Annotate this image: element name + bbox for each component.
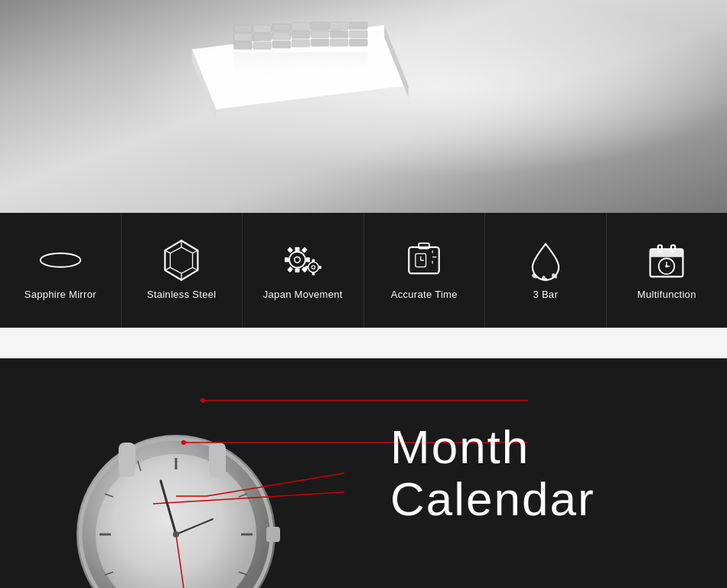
svg-rect-6 [292, 23, 310, 30]
text-area: Month Calendar [344, 390, 727, 556]
month-title: Month [390, 421, 681, 473]
3-bar-label: 3 Bar [533, 289, 558, 300]
svg-rect-19 [272, 41, 291, 47]
svg-point-84 [173, 531, 179, 537]
svg-rect-85 [266, 527, 280, 542]
svg-rect-59 [650, 249, 683, 256]
feature-japan-movement: Japan Movement [243, 213, 364, 328]
svg-rect-36 [295, 247, 299, 251]
svg-rect-7 [311, 22, 329, 29]
feature-sapphire-mirror: Sapphire Mirror [0, 213, 122, 328]
svg-rect-38 [306, 258, 310, 263]
svg-rect-48 [318, 266, 321, 269]
multifunction-icon [644, 241, 690, 279]
svg-point-35 [295, 257, 301, 263]
svg-rect-13 [292, 31, 310, 38]
svg-rect-46 [311, 260, 315, 263]
features-strip: Sapphire Mirror Stainless Steel [0, 213, 727, 328]
svg-rect-12 [272, 32, 291, 39]
svg-rect-21 [311, 39, 329, 46]
svg-rect-18 [253, 42, 272, 49]
svg-rect-5 [272, 24, 291, 31]
svg-rect-8 [330, 22, 348, 29]
calendar-title: Calendar [390, 473, 681, 525]
bottom-section: Month Calendar [0, 358, 727, 588]
svg-rect-17 [234, 42, 253, 49]
svg-rect-20 [292, 40, 310, 47]
svg-rect-43 [287, 266, 293, 273]
svg-rect-22 [330, 39, 348, 46]
svg-rect-11 [253, 34, 272, 41]
svg-rect-16 [350, 31, 368, 38]
3-bar-icon [523, 241, 569, 279]
sapphire-mirror-icon [37, 241, 83, 279]
svg-rect-39 [285, 258, 289, 263]
svg-marker-27 [171, 247, 193, 273]
feature-3-bar: 3 Bar [485, 213, 607, 328]
watch-illustration [0, 358, 344, 588]
svg-rect-40 [302, 247, 308, 253]
svg-rect-10 [234, 34, 253, 41]
svg-rect-23 [350, 39, 368, 46]
japan-movement-icon [280, 241, 326, 279]
stainless-steel-label: Stainless Steel [147, 289, 217, 300]
svg-point-34 [289, 252, 305, 268]
sapphire-mirror-label: Sapphire Mirror [24, 289, 96, 300]
feature-stainless-steel: Stainless Steel [122, 213, 243, 328]
svg-point-65 [666, 265, 668, 267]
svg-rect-9 [350, 22, 368, 29]
watch-band-image [153, 0, 459, 145]
accurate-time-label: Accurate Time [391, 289, 458, 300]
svg-rect-86 [119, 443, 135, 477]
svg-rect-41 [287, 247, 293, 253]
svg-rect-15 [330, 31, 348, 38]
section-divider [0, 328, 727, 358]
svg-rect-3 [234, 25, 253, 32]
accurate-time-icon [401, 241, 447, 279]
feature-accurate-time: Accurate Time [364, 213, 486, 328]
svg-rect-47 [311, 273, 315, 276]
watch-image-area [0, 358, 344, 588]
multifunction-label: Multifunction [637, 289, 696, 300]
svg-rect-87 [209, 443, 226, 477]
svg-point-25 [41, 253, 81, 267]
svg-rect-49 [305, 266, 308, 269]
japan-movement-label: Japan Movement [263, 289, 343, 300]
svg-rect-37 [295, 269, 299, 273]
hero-section [0, 0, 727, 213]
svg-rect-14 [311, 31, 329, 38]
svg-point-45 [311, 266, 315, 270]
stainless-steel-icon [158, 241, 204, 279]
svg-rect-24 [234, 52, 367, 74]
svg-point-44 [308, 263, 319, 273]
svg-rect-4 [253, 25, 272, 32]
feature-multifunction: Multifunction [607, 213, 728, 328]
